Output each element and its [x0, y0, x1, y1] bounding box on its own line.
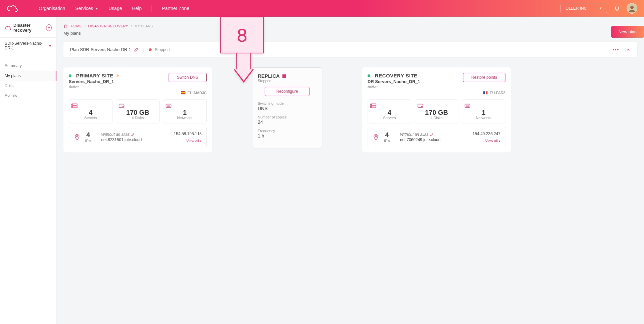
stopped-icon: [282, 74, 286, 78]
cloud-icon: [5, 25, 11, 30]
nav-usage[interactable]: Usage: [109, 6, 122, 11]
recovery-site-state: Active: [368, 85, 420, 89]
plan-name: Plan SDR-Servers-Nacho-DR-1: [70, 47, 131, 52]
switching-mode-label: Switching mode: [258, 101, 316, 105]
collapse-icon[interactable]: [626, 47, 631, 52]
frequency-value: 1 h: [258, 133, 316, 138]
plan-selector-label: SDR-Servers-Nacho-DR-1: [5, 41, 48, 50]
copies-label: Number of copies: [258, 115, 316, 119]
sidebar-item-summary[interactable]: Summary: [0, 61, 56, 71]
copies-value: 24: [258, 119, 316, 125]
chevron-down-icon: ▼: [95, 7, 98, 10]
plan-status: Stopped: [149, 47, 170, 52]
notifications-icon[interactable]: [614, 5, 620, 11]
nav-partner-zone[interactable]: Partner Zone: [162, 6, 189, 11]
home-icon: [63, 24, 68, 28]
stat-servers: 4 Servers: [69, 99, 113, 123]
svg-point-7: [123, 106, 124, 107]
view-all-link[interactable]: View all ▾: [473, 139, 500, 143]
sidebar-title: Disaster recovery +: [0, 23, 56, 37]
step-callout: 8: [220, 17, 267, 83]
primary-site-title: PRIMARY SITE: [76, 73, 114, 78]
disk-icon: [417, 103, 456, 108]
sidebar-title-text: Disaster recovery: [13, 23, 43, 33]
page-subtitle: My plans: [63, 31, 637, 36]
chevron-down-icon: ▾: [200, 139, 202, 143]
sidebar-item-events[interactable]: Events: [0, 91, 56, 101]
edit-icon[interactable]: [131, 132, 135, 136]
status-dot-icon: [69, 74, 71, 77]
breadcrumb-home[interactable]: HOME: [71, 24, 82, 28]
recovery-domain: net.7060249.jote.cloud: [400, 137, 440, 142]
recovery-alias: Without an alias: [400, 132, 428, 137]
add-plan-button[interactable]: +: [46, 24, 52, 31]
switch-dns-button[interactable]: Switch DNS: [169, 73, 207, 82]
server-icon: [71, 103, 110, 108]
primary-region: EU-MAD3C: [69, 91, 207, 95]
svg-point-5: [72, 107, 73, 107]
nav-help[interactable]: Help: [132, 6, 142, 11]
primary-ip: 154.58.195.118: [174, 131, 202, 136]
sidebar-item-drills[interactable]: Drills: [0, 81, 56, 91]
org-selector[interactable]: OLLER INC ▼: [561, 4, 607, 13]
flag-es-icon: [181, 91, 186, 94]
recovery-ip-block: 4 IP's Without an alias net.7060249.jote…: [368, 127, 505, 147]
recovery-site-name: DR Servers_Nacho_DR_1: [368, 79, 420, 84]
sidebar: Disaster recovery + SDR-Servers-Nacho-DR…: [0, 17, 57, 324]
primary-site-name: Servers_Nacho_DR_1: [69, 79, 120, 84]
recovery-region: EU-PAR8: [368, 91, 505, 95]
status-dot-icon: [368, 74, 370, 77]
primary-site-state: Active: [69, 85, 120, 89]
breadcrumb-section[interactable]: DISASTER RECOVERY: [88, 24, 128, 28]
svg-point-9: [76, 135, 78, 137]
svg-point-1: [630, 6, 634, 9]
gear-icon[interactable]: ✲: [116, 73, 120, 78]
chevron-down-icon: ▼: [48, 44, 52, 48]
chevron-down-icon: ▼: [599, 7, 602, 10]
step-number: 8: [220, 17, 264, 53]
svg-point-13: [371, 107, 372, 107]
breadcrumb-current: MY PLANS: [135, 24, 153, 28]
server-icon: [370, 103, 409, 108]
stat-networks: 1 Networks: [163, 99, 207, 123]
frequency-label: Frequency: [258, 129, 316, 133]
stat-storage: 170 GB 4 Disks: [116, 99, 160, 123]
nav-services[interactable]: Services ▼: [75, 6, 98, 11]
nav-organisation[interactable]: Organisation: [39, 6, 65, 11]
reconfigure-button[interactable]: Reconfigure: [265, 87, 310, 96]
status-dot-icon: [149, 48, 152, 51]
disk-icon: [118, 103, 157, 108]
nav-separator: [152, 5, 152, 12]
svg-point-17: [375, 135, 377, 137]
svg-point-15: [422, 106, 423, 107]
flag-fr-icon: [483, 91, 488, 94]
stat-servers: 4 Servers: [368, 99, 411, 123]
recovery-ip: 154.49.236.247: [473, 131, 500, 136]
restore-points-button[interactable]: Restore points: [463, 73, 505, 82]
plan-header-bar: Plan SDR-Servers-Nacho-DR-1 | Stopped ••…: [63, 42, 637, 57]
main-content: 8 HOME / DISASTER RECOVERY / MY PLANS My…: [57, 17, 644, 324]
user-avatar[interactable]: [627, 3, 637, 14]
chevron-down-icon: ▾: [499, 139, 500, 143]
logo: [7, 5, 19, 12]
nav-services-label: Services: [75, 6, 93, 11]
more-actions-icon[interactable]: •••: [613, 47, 619, 52]
svg-point-12: [371, 104, 372, 105]
stat-networks: 1 Networks: [462, 99, 505, 123]
location-icon: [373, 134, 379, 140]
primary-alias: Without an alias: [101, 132, 130, 137]
primary-site-card: PRIMARY SITE ✲ Servers_Nacho_DR_1 Active…: [63, 67, 212, 152]
edit-icon[interactable]: [134, 47, 139, 52]
new-plan-button[interactable]: New plan: [611, 26, 644, 38]
view-all-link[interactable]: View all ▾: [174, 139, 202, 143]
primary-ip-block: 4 IP's Without an alias net.8231501.jote…: [69, 127, 207, 147]
breadcrumb: HOME / DISASTER RECOVERY / MY PLANS: [63, 17, 637, 31]
sidebar-item-my-plans[interactable]: My plans: [0, 71, 56, 81]
plan-selector[interactable]: SDR-Servers-Nacho-DR-1 ▼: [0, 37, 56, 54]
switching-mode-value: DNS: [258, 106, 316, 111]
edit-icon[interactable]: [430, 132, 434, 136]
stat-storage: 170 GB 4 Disks: [415, 99, 458, 123]
network-icon: [464, 103, 503, 108]
org-selector-label: OLLER INC: [566, 6, 587, 11]
svg-rect-8: [166, 104, 171, 107]
